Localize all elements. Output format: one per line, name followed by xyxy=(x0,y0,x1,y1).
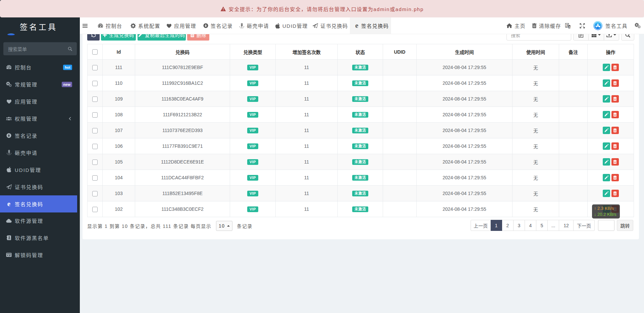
svg-text:A: A xyxy=(569,25,571,28)
